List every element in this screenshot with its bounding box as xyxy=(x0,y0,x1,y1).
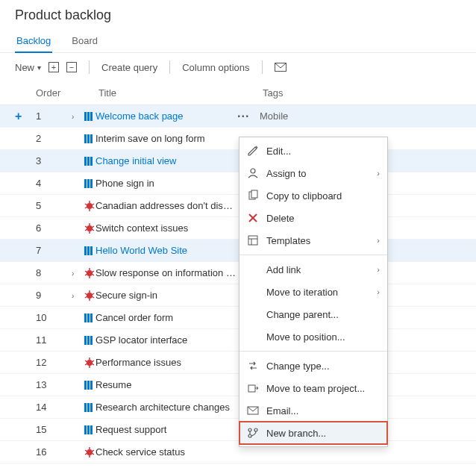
row-title[interactable]: Check service status xyxy=(95,446,237,458)
table-row[interactable]: +12Performance issues··· xyxy=(0,352,476,374)
page-title: Product backlog xyxy=(0,0,476,28)
row-title[interactable]: Performance issues xyxy=(95,357,237,368)
menu-item-change-type[interactable]: Change type... xyxy=(239,355,387,377)
row-order: 11 xyxy=(36,334,72,346)
menu-item-change-parent[interactable]: Change parent... xyxy=(239,303,387,325)
svg-point-12 xyxy=(248,434,251,437)
row-title[interactable]: Secure sign-in xyxy=(95,290,237,301)
menu-separator xyxy=(239,255,387,255)
menu-item-edit[interactable]: Edit... xyxy=(239,140,387,162)
pbi-icon xyxy=(84,379,95,391)
table-row[interactable]: +13Resume··· xyxy=(0,374,476,396)
table-row[interactable]: +2Interim save on long form··· xyxy=(0,128,476,150)
row-title[interactable]: Resume xyxy=(95,379,237,390)
chevron-right-icon: › xyxy=(377,236,380,245)
row-order: 12 xyxy=(36,357,72,368)
row-title[interactable]: Phone sign in xyxy=(95,178,237,189)
row-title[interactable]: Welcome back page xyxy=(95,110,237,122)
table-row[interactable]: +10Cancel order form··· xyxy=(0,307,476,329)
user-icon xyxy=(247,167,259,179)
expand-icon[interactable]: + xyxy=(48,62,59,72)
menu-item-move-to-iteration[interactable]: Move to iteration› xyxy=(239,281,387,303)
collapse-icon[interactable]: − xyxy=(66,62,77,72)
table-row[interactable]: +5Canadian addresses don't display··· xyxy=(0,195,476,217)
menu-item-move-to-team-project[interactable]: Move to team project... xyxy=(239,377,387,399)
table-row[interactable]: +4Phone sign in··· xyxy=(0,172,476,195)
menu-item-label: Copy to clipboard xyxy=(266,190,342,202)
table-row[interactable]: +8›Slow response on information request·… xyxy=(0,262,476,284)
more-actions-icon[interactable]: ··· xyxy=(237,110,249,123)
menu-item-copy-to-clipboard[interactable]: Copy to clipboard xyxy=(239,184,387,207)
menu-item-move-to-position[interactable]: Move to position... xyxy=(239,325,387,348)
menu-item-label: Change parent... xyxy=(266,309,339,320)
row-title[interactable]: Research architecture changes xyxy=(95,402,237,413)
table-row[interactable]: +6Switch context issues··· xyxy=(0,217,476,240)
svg-point-1 xyxy=(251,169,255,173)
row-title[interactable]: Hello World Web Site xyxy=(95,245,237,256)
row-title[interactable]: Canadian addresses don't display xyxy=(95,200,237,211)
menu-item-label: Add link xyxy=(266,264,301,275)
pbi-icon xyxy=(84,402,95,414)
pbi-icon xyxy=(84,245,95,257)
row-title[interactable]: Interim save on long form xyxy=(95,133,237,144)
table-row[interactable]: +9›Secure sign-in··· xyxy=(0,284,476,307)
bug-icon xyxy=(84,357,95,369)
mail-button[interactable] xyxy=(275,63,286,72)
table-row[interactable]: +11GSP locator interface··· xyxy=(0,329,476,352)
row-title[interactable]: Cancel order form xyxy=(95,312,237,323)
template-icon xyxy=(247,234,259,246)
table-row[interactable]: +7Hello World Web Site··· xyxy=(0,240,476,262)
bug-icon xyxy=(84,446,95,458)
menu-item-assign-to[interactable]: Assign to› xyxy=(239,162,387,184)
row-order: 4 xyxy=(36,178,72,189)
col-title[interactable]: Title xyxy=(98,87,240,99)
expand-chevron-icon[interactable]: › xyxy=(72,292,79,300)
table-row[interactable]: +15Request support··· xyxy=(0,419,476,441)
menu-item-label: Edit... xyxy=(266,146,291,157)
table-row[interactable]: +3Change initial view··· xyxy=(0,150,476,172)
table-row[interactable]: +16Check service status··· xyxy=(0,441,476,464)
swap-icon xyxy=(247,360,259,372)
row-order: 3 xyxy=(36,155,72,166)
menu-item-add-link[interactable]: Add link› xyxy=(239,258,387,281)
row-order: 10 xyxy=(36,312,72,323)
row-title[interactable]: Slow response on information request xyxy=(95,267,237,278)
create-query-button[interactable]: Create query xyxy=(101,62,157,73)
menu-item-new-branch[interactable]: New branch... xyxy=(239,422,387,444)
tab-board[interactable]: Board xyxy=(70,31,99,52)
table-row[interactable]: +1›Welcome back page···Mobile xyxy=(0,105,476,128)
expand-chevron-icon[interactable]: › xyxy=(72,269,79,278)
col-tags[interactable]: Tags xyxy=(263,87,476,99)
new-button[interactable]: New ▾ xyxy=(15,62,41,73)
table-header: Order Title Tags xyxy=(0,81,476,105)
svg-rect-3 xyxy=(251,190,257,198)
pbi-icon xyxy=(84,133,95,145)
row-title[interactable]: GSP locator interface xyxy=(95,334,237,346)
backlog-list: +1›Welcome back page···Mobile+2Interim s… xyxy=(0,105,476,464)
delete-icon xyxy=(247,212,259,224)
pbi-icon xyxy=(84,178,95,190)
row-order: 8 xyxy=(36,267,72,278)
menu-item-delete[interactable]: Delete xyxy=(239,207,387,229)
row-title[interactable]: Change initial view xyxy=(95,155,237,166)
menu-item-templates[interactable]: Templates› xyxy=(239,229,387,252)
tab-backlog[interactable]: Backlog xyxy=(15,31,52,52)
menu-item-email[interactable]: Email... xyxy=(239,399,387,422)
toolbar: New ▾ + − Create query Column options xyxy=(0,53,476,81)
row-order: 1 xyxy=(36,110,72,122)
col-order[interactable]: Order xyxy=(36,87,72,99)
row-title[interactable]: Request support xyxy=(95,424,237,435)
table-row[interactable]: +14Research architecture changes··· xyxy=(0,396,476,419)
menu-item-label: Templates xyxy=(266,235,310,246)
menu-item-label: Email... xyxy=(266,405,298,416)
chevron-right-icon: › xyxy=(377,287,380,296)
row-title[interactable]: Switch context issues xyxy=(95,222,237,234)
column-options-button[interactable]: Column options xyxy=(182,62,249,73)
expand-chevron-icon[interactable]: › xyxy=(72,113,79,121)
add-icon[interactable]: + xyxy=(15,110,22,123)
svg-rect-6 xyxy=(248,236,257,245)
menu-item-label: Move to iteration xyxy=(266,287,338,298)
svg-point-13 xyxy=(254,428,257,431)
column-options-label: Column options xyxy=(182,62,249,73)
row-order: 9 xyxy=(36,290,72,301)
